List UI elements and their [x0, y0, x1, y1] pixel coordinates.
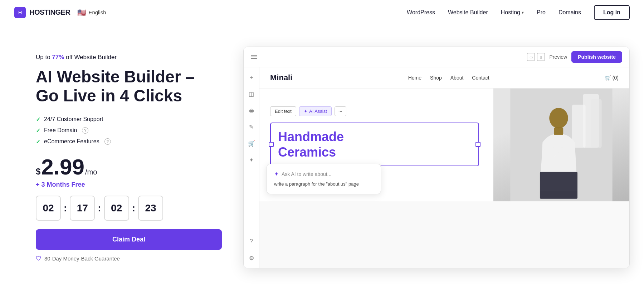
ai-assist-button[interactable]: ✦ AI Assist: [299, 106, 332, 116]
feature-domain: ✓ Free Domain ?: [36, 127, 222, 134]
feature-ecommerce: ✓ eCommerce Features ?: [36, 138, 222, 145]
editor-area: ＋ ◫ ◉ ✎ 🛒 ✦ ? ⚙ Mina: [244, 67, 629, 268]
check-icon: ✓: [36, 138, 40, 145]
edit-tool-icon[interactable]: ✎: [247, 122, 257, 132]
svg-rect-6: [540, 172, 577, 199]
svg-point-4: [549, 108, 568, 128]
countdown-minutes: 17: [70, 196, 95, 221]
info-icon-ecommerce[interactable]: ?: [104, 138, 111, 145]
claim-deal-button[interactable]: Claim Deal: [36, 229, 222, 250]
ai-prompt-title: Ask AI to write about...: [282, 171, 331, 177]
flag-icon: 🇺🇸: [77, 8, 86, 17]
layers-tool-icon[interactable]: ◫: [247, 89, 257, 99]
topbar-right: ▭ ▯ Preview Publish website: [527, 51, 622, 63]
price-number: 2.99: [41, 156, 84, 178]
nav-hosting[interactable]: Hosting ▾: [501, 9, 524, 16]
check-icon: ✓: [36, 116, 40, 123]
hero-title-box[interactable]: HandmadeCeramics: [270, 123, 479, 166]
right-content: ▭ ▯ Preview Publish website ＋ ◫ ◉ ✎: [243, 47, 630, 268]
ecommerce-tool-icon[interactable]: 🛒: [247, 138, 257, 148]
topbar-left: [251, 55, 257, 59]
left-content: Up to 77% off Website Builder AI Website…: [36, 47, 222, 262]
header-left: H HOSTINGER 🇺🇸 English: [14, 7, 106, 18]
countdown-sep-2: :: [98, 202, 101, 214]
hamburger-icon[interactable]: [251, 55, 257, 59]
sidebar-top: ＋ ◫ ◉ ✎ 🛒 ✦: [247, 72, 257, 165]
ai-prompt-star-icon: ✦: [274, 171, 279, 177]
browser-topbar: ▭ ▯ Preview Publish website: [244, 47, 629, 67]
nav-pro[interactable]: Pro: [537, 9, 546, 16]
desktop-icon[interactable]: ▭: [527, 53, 535, 61]
svg-rect-2: [591, 99, 602, 148]
price-main: $ 2.99 /mo: [36, 156, 222, 178]
countdown-hours: 02: [36, 196, 61, 221]
svg-rect-3: [572, 105, 586, 148]
main-headline: AI Website Builder – Go Live in 4 Clicks: [36, 67, 222, 105]
ai-tool-icon[interactable]: ✦: [247, 155, 257, 165]
ai-prompt-box: ✦ Ask AI to write about... write a parag…: [267, 164, 381, 194]
ai-prompt-header: ✦ Ask AI to write about...: [274, 171, 374, 177]
countdown-sep-1: :: [64, 202, 67, 214]
shield-icon: 🛡: [36, 255, 42, 262]
main-nav: WordPress Website Builder Hosting ▾ Pro …: [407, 5, 630, 20]
canvas-nav-about[interactable]: About: [450, 75, 464, 81]
info-icon-domain[interactable]: ?: [82, 127, 88, 134]
price-block: $ 2.99 /mo: [36, 156, 222, 178]
edit-toolbar: Edit text ✦ AI Assist ···: [270, 106, 479, 116]
canvas-nav-cart[interactable]: 🛒 (0): [605, 75, 619, 81]
main-content: Up to 77% off Website Builder AI Website…: [0, 25, 644, 283]
feature-support: ✓ 24/7 Customer Support: [36, 116, 222, 123]
nav-wordpress[interactable]: WordPress: [407, 9, 435, 16]
paint-tool-icon[interactable]: ◉: [247, 105, 257, 115]
edit-text-button[interactable]: Edit text: [270, 106, 296, 116]
language-selector[interactable]: 🇺🇸 English: [77, 8, 106, 17]
logo-text: HOSTINGER: [29, 8, 70, 16]
add-tool-icon[interactable]: ＋: [247, 72, 257, 82]
countdown-sep-3: :: [132, 202, 135, 214]
ai-star-icon: ✦: [304, 109, 308, 114]
canvas-hero-right: [493, 88, 629, 201]
nav-website-builder[interactable]: Website Builder: [448, 9, 488, 16]
website-canvas: Minali Home Shop About Contact 🛒 (0): [259, 67, 629, 268]
svg-rect-5: [554, 128, 564, 135]
canvas-nav-links: Home Shop About Contact: [408, 75, 489, 81]
countdown-ms: 23: [138, 196, 163, 221]
countdown-seconds: 02: [104, 196, 129, 221]
hero-image-svg: [493, 88, 629, 201]
logo[interactable]: H HOSTINGER: [14, 7, 70, 18]
help-tool-icon[interactable]: ?: [247, 236, 257, 246]
browser-mockup: ▭ ▯ Preview Publish website ＋ ◫ ◉ ✎: [243, 47, 630, 268]
guarantee: 🛡 30-Day Money-Back Guarantee: [36, 255, 222, 262]
hero-title-text: HandmadeCeramics: [278, 129, 471, 160]
ai-prompt-input[interactable]: write a paragraph for the "about us" pag…: [274, 181, 374, 187]
price-per: /mo: [85, 168, 97, 176]
header: H HOSTINGER 🇺🇸 English WordPress Website…: [0, 0, 644, 25]
canvas-hero: Edit text ✦ AI Assist ··· HandmadeCerami…: [259, 88, 629, 201]
language-label: English: [88, 9, 106, 15]
sidebar-bottom: ? ⚙: [247, 236, 257, 263]
check-icon: ✓: [36, 127, 40, 134]
logo-icon: H: [14, 7, 26, 18]
countdown: 02 : 17 : 02 : 23: [36, 196, 222, 221]
preview-button[interactable]: Preview: [549, 54, 567, 60]
login-button[interactable]: Log in: [594, 5, 630, 20]
settings-tool-icon[interactable]: ⚙: [247, 253, 257, 263]
canvas-brand: Minali: [270, 73, 292, 82]
price-dollar: $: [36, 167, 40, 177]
canvas-nav-contact[interactable]: Contact: [472, 75, 489, 81]
promo-line: Up to 77% off Website Builder: [36, 54, 222, 61]
hero-image: [493, 88, 629, 201]
publish-button[interactable]: Publish website: [571, 51, 622, 63]
price-free: + 3 Months Free: [36, 181, 222, 188]
canvas-nav-home[interactable]: Home: [408, 75, 421, 81]
sidebar-tools: ＋ ◫ ◉ ✎ 🛒 ✦ ? ⚙: [244, 67, 259, 268]
canvas-nav: Minali Home Shop About Contact 🛒 (0): [259, 67, 629, 88]
canvas-hero-left: Edit text ✦ AI Assist ··· HandmadeCerami…: [259, 88, 493, 201]
chevron-down-icon: ▾: [522, 10, 524, 15]
more-options-button[interactable]: ···: [335, 106, 346, 116]
mobile-icon[interactable]: ▯: [537, 53, 545, 61]
screen-icons: ▭ ▯: [527, 53, 545, 61]
canvas-nav-shop[interactable]: Shop: [430, 75, 442, 81]
nav-domains[interactable]: Domains: [558, 9, 581, 16]
features-list: ✓ 24/7 Customer Support ✓ Free Domain ? …: [36, 116, 222, 145]
